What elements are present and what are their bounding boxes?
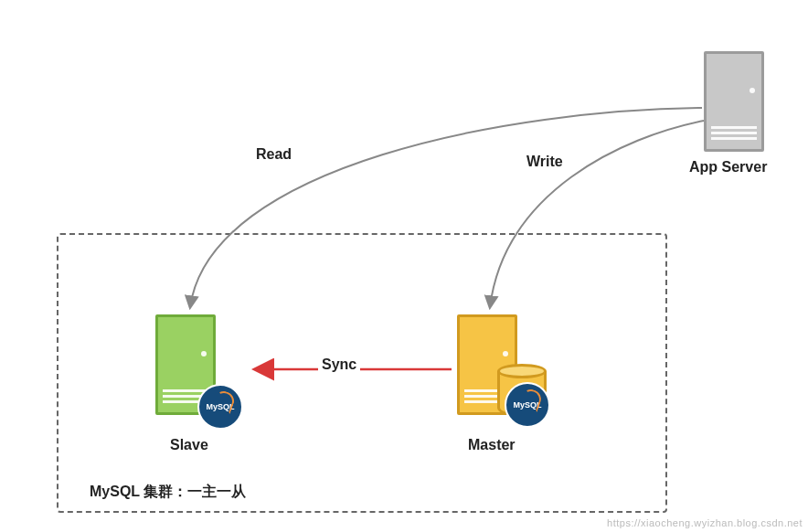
diagram-canvas: MySQL 集群：一主一从 App Server MySQL Slave MyS…	[0, 0, 808, 532]
master-label: Master	[468, 437, 516, 453]
cluster-caption: MySQL 集群：一主一从	[90, 483, 246, 502]
write-edge-label: Write	[526, 154, 563, 170]
slave-label: Slave	[170, 437, 208, 453]
mysql-badge-slave: MySQL	[197, 384, 243, 430]
sync-edge-label: Sync	[318, 356, 360, 373]
mysql-badge-text: MySQL	[206, 402, 234, 411]
mysql-badge-master: MySQL	[505, 382, 550, 428]
app-server-label: App Server	[689, 159, 767, 176]
read-edge-label: Read	[256, 146, 292, 163]
cluster-group-box	[57, 233, 667, 513]
watermark-text: https://xiaocheng.wyizhan.blog.csdn.net	[607, 517, 803, 528]
app-server-node	[704, 51, 764, 152]
mysql-badge-text: MySQL	[513, 400, 541, 410]
